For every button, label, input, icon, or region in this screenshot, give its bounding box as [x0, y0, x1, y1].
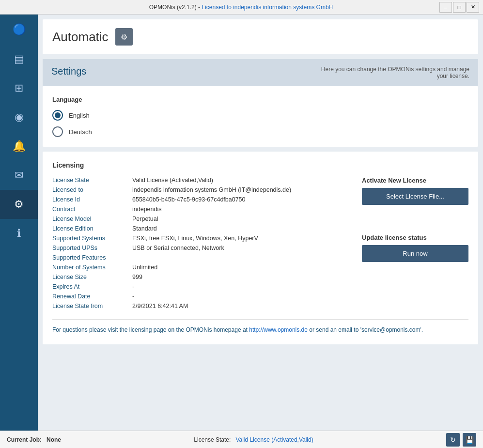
select-license-button[interactable]: Select License File... [362, 188, 468, 205]
main-content: Automatic ⚙ Settings Here you can change… [38, 15, 483, 431]
table-row: Supported Systems ESXi, free ESXi, Linux… [52, 235, 352, 242]
info-icon: ℹ [17, 227, 21, 240]
gear-icon: ⚙ [121, 32, 127, 42]
radio-deutsch[interactable] [52, 126, 63, 137]
header-panel: Automatic ⚙ [43, 19, 478, 54]
table-row: License State Valid License (Activated,V… [52, 177, 352, 184]
language-deutsch-label: Deutsch [69, 128, 92, 136]
close-button[interactable]: ✕ [467, 2, 479, 13]
activate-group: Activate New License Select License File… [362, 177, 468, 205]
opmonis-link[interactable]: http://www.opmonis.de [249, 326, 308, 333]
current-job-label: Current Job: [7, 436, 42, 443]
radio-english[interactable] [52, 110, 63, 121]
monitor-icon: ◉ [15, 111, 24, 124]
page-title: Automatic [52, 30, 109, 45]
language-option-english[interactable]: English [52, 110, 468, 121]
settings-title: Settings [51, 66, 86, 77]
licensing-header: Licensing [52, 161, 468, 169]
table-row: Number of Systems Unlimited [52, 264, 352, 271]
language-radio-group: English Deutsch [52, 110, 468, 137]
sidebar-item-alerts[interactable]: 🔔 [0, 132, 38, 161]
license-state-label: License State: [194, 436, 231, 443]
licensing-table: License State Valid License (Activated,V… [52, 177, 352, 312]
settings-section-header: Settings Here you can change the OPMONis… [43, 59, 478, 86]
settings-icon: ⚙ [14, 198, 24, 211]
messages-icon: ✉ [15, 169, 23, 182]
sidebar: 🔵 ▤ ⊞ ◉ 🔔 ✉ ⚙ ℹ [0, 15, 38, 431]
table-row: Supported Features [52, 254, 352, 261]
refresh-button[interactable]: ↻ [446, 433, 460, 447]
licensing-note: For questions please visit the licensing… [52, 319, 468, 335]
table-row: Contract independis [52, 206, 352, 213]
table-row: Renewal Date - [52, 293, 352, 300]
language-label: Language [52, 96, 468, 103]
table-row: License Model Perpetual [52, 216, 352, 222]
language-option-deutsch[interactable]: Deutsch [52, 126, 468, 137]
license-state-value: Valid License (Activated,Valid) [235, 436, 313, 443]
statusbar-actions: ↻ 💾 [446, 433, 476, 447]
settings-description: Here you can change the OPMONis settings… [314, 66, 469, 79]
table-row: License Id 655840b5-b45b-47c5-9c93-67c4d… [52, 196, 352, 203]
sidebar-item-info[interactable]: ℹ [0, 219, 38, 248]
table-row: License Edition Standard [52, 225, 352, 232]
licensing-right-panel: Activate New License Select License File… [362, 177, 468, 312]
activate-label: Activate New License [362, 177, 468, 184]
statusbar-current-job: Current Job: None [7, 436, 61, 443]
language-card: Language English Deutsch [43, 86, 478, 147]
sidebar-item-settings[interactable]: ⚙ [0, 190, 38, 219]
titlebar-controls: – □ ✕ [439, 2, 479, 13]
table-row: License State from 2/9/2021 6:42:41 AM [52, 303, 352, 309]
dashboard-icon: ▤ [14, 53, 24, 65]
alerts-icon: 🔔 [13, 140, 26, 153]
sidebar-item-dashboard[interactable]: ▤ [0, 45, 38, 74]
language-english-label: English [69, 112, 90, 119]
update-label: Update license status [362, 234, 468, 241]
licensing-body: License State Valid License (Activated,V… [52, 177, 468, 312]
sidebar-item-monitor[interactable]: ◉ [0, 103, 38, 132]
titlebar-text-plain: OPMONis (v2.1.2) - [149, 4, 202, 11]
statusbar: Current Job: None License State: Valid L… [0, 431, 483, 448]
table-row: Licensed to independis information syste… [52, 186, 352, 193]
statusbar-license-state: License State: Valid License (Activated,… [194, 436, 313, 443]
systems-icon: ⊞ [15, 82, 23, 94]
save-button[interactable]: 💾 [463, 433, 476, 447]
sidebar-item-systems[interactable]: ⊞ [0, 74, 38, 103]
save-icon: 💾 [466, 436, 474, 444]
gear-button[interactable]: ⚙ [115, 28, 133, 46]
minimize-button[interactable]: – [439, 2, 452, 13]
update-group: Update license status Run now [362, 224, 468, 262]
table-row: Expires At - [52, 283, 352, 290]
current-job-value: None [47, 436, 61, 443]
titlebar: OPMONis (v2.1.2) - Licensed to independi… [0, 0, 483, 15]
table-row: Supported UPSs USB or Serial connected, … [52, 245, 352, 251]
run-now-button[interactable]: Run now [362, 245, 468, 262]
refresh-icon: ↻ [450, 436, 456, 444]
restore-button[interactable]: □ [453, 2, 466, 13]
titlebar-title: OPMONis (v2.1.2) - Licensed to independi… [43, 4, 439, 11]
titlebar-text-blue: Licensed to independis information syste… [202, 4, 333, 11]
logo-icon: 🔵 [13, 19, 26, 40]
sidebar-item-messages[interactable]: ✉ [0, 161, 38, 190]
licensing-card: Licensing License State Valid License (A… [43, 152, 478, 344]
table-row: License Size 999 [52, 274, 352, 280]
